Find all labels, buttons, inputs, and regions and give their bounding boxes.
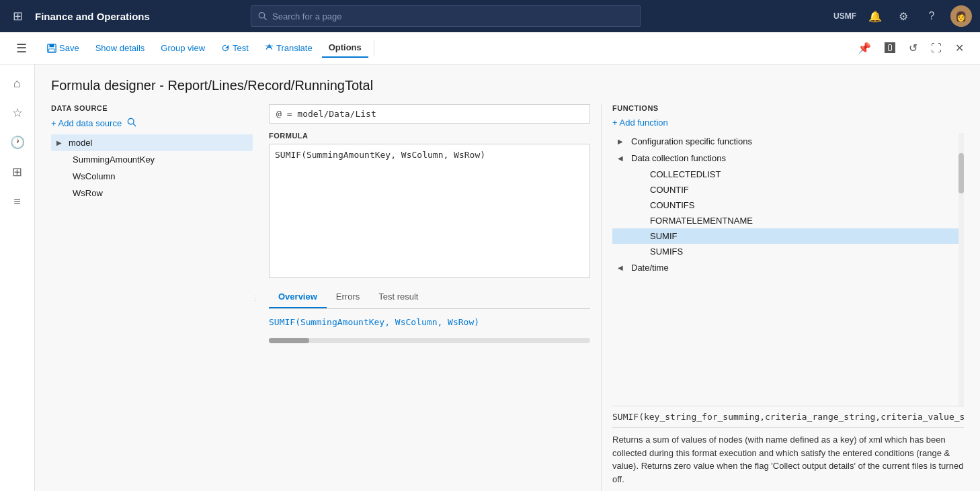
formula-panel: @ = model/Data/List FORMULA SUMIF(Summin… [258,104,601,491]
add-datasource-button[interactable]: + Add data source [51,118,122,128]
tree-item-wscolumn[interactable]: WsColumn [51,168,253,185]
toolbar-separator [374,40,374,56]
tree-item-model[interactable]: ▶ model [51,134,253,151]
search-icon [258,11,267,21]
scrollbar-track [958,133,964,406]
func-group-label: Date/time [631,263,669,273]
datasource-header: DATA SOURCE [51,104,253,112]
user-label: USMF [833,11,856,21]
formula-preview: SUMIF(SummingAmountKey, WsColumn, WsRow) [269,317,479,327]
page-title: Formula designer - Report/Lines/Record/R… [51,78,964,93]
func-item-countif[interactable]: COUNTIF [612,182,964,197]
func-group-config[interactable]: ▶ Configuration specific functions [612,133,964,150]
formula-editor[interactable]: SUMIF(SummingAmountKey, WsColumn, WsRow) [269,144,590,278]
tree-expand-arrow: ▶ [56,139,65,146]
func-item-collectedlist[interactable]: COLLECTEDLIST [612,167,964,182]
func-item-formatelementname[interactable]: FORMATELEMENTNAME [612,213,964,228]
function-description: Returns a sum of values of nodes (with n… [612,427,964,491]
tree-item-label: WsColumn [73,171,116,181]
svg-rect-3 [50,44,54,46]
refresh-button[interactable]: ↺ [903,38,923,58]
workspaces-icon[interactable]: ⊞ [4,159,31,185]
tab-test-result[interactable]: Test result [369,286,427,308]
datasource-panel: DATA SOURCE + Add data source ▶ [51,104,253,491]
save-button[interactable]: Save [40,39,86,57]
search-bar [251,5,641,27]
avatar[interactable]: 👩 [950,5,972,27]
tab-errors[interactable]: Errors [327,286,369,308]
test-button[interactable]: Test [214,39,255,57]
functions-header: FUNCTIONS [612,104,964,112]
help-icon[interactable]: ? [922,7,941,26]
functions-toolbar: + Add function [612,118,964,128]
func-group-datacollection[interactable]: ◀ Data collection functions [612,150,964,167]
functions-tree: ▶ Configuration specific functions ◀ Dat… [612,133,964,406]
func-group-label: Configuration specific functions [631,136,752,146]
datasource-search-button[interactable] [127,118,136,129]
main-layout: ⌂ ☆ 🕐 ⊞ ≡ Formula designer - Report/Line… [0,64,980,491]
save-icon [47,44,56,53]
search-input[interactable] [272,11,633,21]
svg-rect-4 [49,48,55,51]
tree-item-wsrow[interactable]: WsRow [51,185,253,202]
collapse-arrow: ◀ [618,154,627,162]
vertical-resize-handle[interactable]: ⋮ [253,104,258,491]
hamburger-icon[interactable]: ☰ [11,38,32,58]
search-small-icon [127,118,136,127]
apps-grid-icon[interactable]: ⊞ [8,7,27,26]
func-item-sumifs[interactable]: SUMIFS [612,244,964,259]
collapse-arrow: ▶ [618,138,627,145]
svg-line-1 [263,17,266,20]
formula-datasource-display: @ = model/Data/List [269,104,590,124]
translate-button[interactable]: Translate [258,39,319,57]
scrollbar-thumb [958,153,964,193]
func-group-label: Data collection functions [631,153,726,163]
pin-icon[interactable]: 📌 [852,38,876,58]
svg-point-0 [259,13,264,18]
translate-icon [265,44,274,52]
designer-layout: DATA SOURCE + Add data source ▶ [51,104,964,491]
content-area: Formula designer - Report/Lines/Record/R… [35,64,980,491]
refresh-icon [221,44,230,52]
tree-item-label: WsRow [73,188,103,198]
datasource-toolbar: + Add data source [51,118,253,129]
functions-panel: FUNCTIONS + Add function ▶ Configuration… [601,104,964,491]
add-function-button[interactable]: + Add function [612,118,668,128]
options-button[interactable]: Options [322,38,368,58]
group-view-button[interactable]: Group view [154,39,212,57]
tree-item-summingamountkey[interactable]: SummingAmountKey [51,151,253,168]
formula-header: FORMULA [269,132,590,140]
tree-item-label: model [69,138,92,148]
svg-point-5 [128,118,134,124]
office-icon[interactable]: 🅾 [879,38,901,58]
top-navigation: ⊞ Finance and Operations USMF 🔔 ⚙ ? 👩 [0,0,980,32]
collapse-arrow: ◀ [618,264,627,271]
show-details-button[interactable]: Show details [89,39,152,57]
modules-icon[interactable]: ≡ [4,188,31,215]
settings-icon[interactable]: ⚙ [894,7,913,26]
tab-overview[interactable]: Overview [269,286,327,308]
close-icon[interactable]: ✕ [950,38,969,58]
horizontal-scrollbar[interactable] [269,338,590,343]
app-title: Finance and Operations [35,11,150,22]
func-item-countifs[interactable]: COUNTIFS [612,197,964,213]
notification-icon[interactable]: 🔔 [866,7,885,26]
datasource-tree: ▶ model SummingAmountKey WsColumn WsRow [51,134,253,491]
toolbar-right-icons: 📌 🅾 ↺ ⛶ ✕ [852,38,969,58]
scrollbar-thumb [269,338,309,343]
svg-line-6 [133,124,136,126]
toolbar: ☰ Save Show details Group view Test Tran… [0,32,980,64]
overview-content: SUMIF(SummingAmountKey, WsColumn, WsRow) [269,309,590,335]
func-item-sumif[interactable]: SUMIF [612,228,964,244]
func-group-datetime[interactable]: ◀ Date/time [612,259,964,276]
left-navigation: ⌂ ☆ 🕐 ⊞ ≡ [0,64,35,491]
tree-item-label: SummingAmountKey [73,154,155,165]
recent-icon[interactable]: 🕐 [4,129,31,156]
top-right-icons: USMF 🔔 ⚙ ? 👩 [833,5,972,27]
function-signature: SUMIF(key_string_for_summing,criteria_ra… [612,406,964,427]
favorites-icon[interactable]: ☆ [4,99,31,126]
formula-tabs: Overview Errors Test result [269,286,590,309]
expand-icon[interactable]: ⛶ [926,38,947,58]
home-icon[interactable]: ⌂ [4,70,31,97]
